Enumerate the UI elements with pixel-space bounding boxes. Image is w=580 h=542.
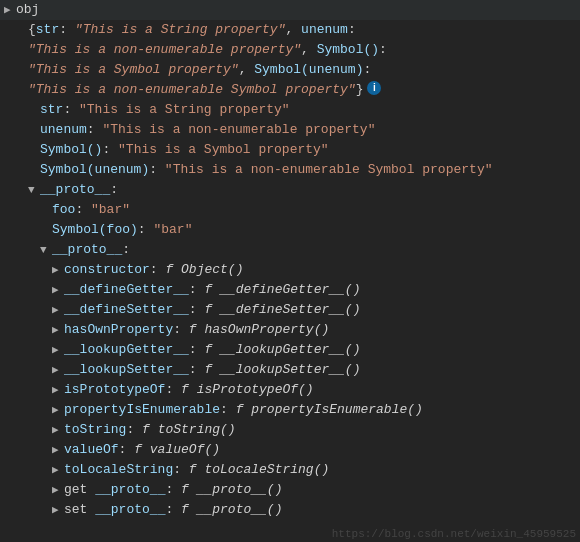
proto2-key: __proto__ bbox=[52, 241, 122, 259]
get-keyword: get bbox=[64, 481, 95, 499]
definesetter-arrow[interactable] bbox=[52, 301, 64, 319]
proto2-arrow[interactable] bbox=[40, 241, 52, 259]
get-proto-key: __proto__ bbox=[95, 481, 165, 499]
foo-line: foo : "bar" bbox=[0, 200, 580, 220]
lookupsetter-line: __lookupSetter__ : f __lookupSetter__() bbox=[0, 360, 580, 380]
proto1-arrow[interactable] bbox=[28, 181, 40, 199]
unenum-key-preview: unenum bbox=[301, 21, 348, 39]
set-proto-colon: : bbox=[165, 501, 181, 519]
get-proto-value: f __proto__() bbox=[181, 481, 282, 499]
unenum-key-full: unenum bbox=[40, 121, 87, 139]
symbol-value: "This is a Symbol property" bbox=[118, 141, 329, 159]
definegetter-value: f __defineGetter__() bbox=[204, 281, 360, 299]
get-proto-arrow[interactable] bbox=[52, 481, 64, 499]
root-label: obj bbox=[16, 1, 39, 19]
str-value: "This is a String property" bbox=[79, 101, 290, 119]
symbol-key-full: Symbol() bbox=[40, 141, 102, 159]
symbol-line: Symbol() : "This is a Symbol property" bbox=[0, 140, 580, 160]
unenum-val-preview: "This is a non-enumerable property" bbox=[28, 41, 301, 59]
info-icon[interactable]: i bbox=[367, 81, 381, 95]
watermark: https://blog.csdn.net/weixin_45959525 bbox=[328, 526, 580, 542]
open-brace: { bbox=[28, 21, 36, 39]
tolocalestring-value: f toLocaleString() bbox=[189, 461, 329, 479]
preview-line4: "This is a non-enumerable Symbol propert… bbox=[0, 80, 580, 100]
isprototypeof-colon: : bbox=[165, 381, 181, 399]
symbol-unenum-colon: : bbox=[149, 161, 165, 179]
tolocalestring-line: toLocaleString : f toLocaleString() bbox=[0, 460, 580, 480]
str-arrow bbox=[28, 101, 40, 119]
tostring-arrow[interactable] bbox=[52, 421, 64, 439]
proto1-colon: : bbox=[110, 181, 118, 199]
proto1-line: __proto__ : bbox=[0, 180, 580, 200]
set-proto-arrow[interactable] bbox=[52, 501, 64, 519]
tostring-line: toString : f toString() bbox=[0, 420, 580, 440]
valueof-key: valueOf bbox=[64, 441, 119, 459]
symbol-unenum-line: Symbol(unenum) : "This is a non-enumerab… bbox=[0, 160, 580, 180]
symbol-unenum-val-preview: "This is a non-enumerable Symbol propert… bbox=[28, 81, 356, 99]
foo-colon: : bbox=[75, 201, 91, 219]
tolocalestring-arrow[interactable] bbox=[52, 461, 64, 479]
comma1: , bbox=[285, 21, 301, 39]
lookupsetter-arrow[interactable] bbox=[52, 361, 64, 379]
constructor-colon: : bbox=[150, 261, 166, 279]
colon2: : bbox=[348, 21, 356, 39]
propertyisenumerable-line: propertyIsEnumerable : f propertyIsEnume… bbox=[0, 400, 580, 420]
symbol-foo-value: "bar" bbox=[153, 221, 192, 239]
tostring-key: toString bbox=[64, 421, 126, 439]
valueof-arrow[interactable] bbox=[52, 441, 64, 459]
preview-line3: "This is a Symbol property" , Symbol(une… bbox=[0, 60, 580, 80]
obj-preview-line: { str : "This is a String property" , un… bbox=[0, 20, 580, 40]
get-proto-colon: : bbox=[165, 481, 181, 499]
definegetter-colon: : bbox=[189, 281, 205, 299]
colon1: : bbox=[59, 21, 75, 39]
proto1-key: __proto__ bbox=[40, 181, 110, 199]
lookupsetter-key: __lookupSetter__ bbox=[64, 361, 189, 379]
propertyisenumerable-key: propertyIsEnumerable bbox=[64, 401, 220, 419]
colon4: : bbox=[363, 61, 371, 79]
lookupgetter-arrow[interactable] bbox=[52, 341, 64, 359]
str-key: str bbox=[36, 21, 59, 39]
propertyisenumerable-colon: : bbox=[220, 401, 236, 419]
symbol-foo-line: Symbol(foo) : "bar" bbox=[0, 220, 580, 240]
set-keyword: set bbox=[64, 501, 95, 519]
leaf-arrow bbox=[16, 21, 28, 39]
hasownproperty-value: f hasOwnProperty() bbox=[189, 321, 329, 339]
definegetter-arrow[interactable] bbox=[52, 281, 64, 299]
lookupsetter-colon: : bbox=[189, 361, 205, 379]
valueof-line: valueOf : f valueOf() bbox=[0, 440, 580, 460]
comma2: , bbox=[301, 41, 317, 59]
tolocalestring-key: toLocaleString bbox=[64, 461, 173, 479]
tostring-value: f toString() bbox=[142, 421, 236, 439]
proto2-colon: : bbox=[122, 241, 130, 259]
root-obj-line: obj bbox=[0, 0, 580, 20]
preview-line2: "This is a non-enumerable property" , Sy… bbox=[0, 40, 580, 60]
propertyisenumerable-arrow[interactable] bbox=[52, 401, 64, 419]
root-arrow[interactable] bbox=[4, 1, 16, 19]
definegetter-line: __defineGetter__ : f __defineGetter__() bbox=[0, 280, 580, 300]
set-proto-key: __proto__ bbox=[95, 501, 165, 519]
symbol-foo-key: Symbol(foo) bbox=[52, 221, 138, 239]
hasownproperty-key: hasOwnProperty bbox=[64, 321, 173, 339]
isprototypeof-key: isPrototypeOf bbox=[64, 381, 165, 399]
lookupgetter-line: __lookupGetter__ : f __lookupGetter__() bbox=[0, 340, 580, 360]
colon3: : bbox=[379, 41, 387, 59]
foo-value: "bar" bbox=[91, 201, 130, 219]
foo-arrow bbox=[40, 201, 52, 219]
definesetter-key: __defineSetter__ bbox=[64, 301, 189, 319]
symbol-foo-colon: : bbox=[138, 221, 154, 239]
symbol-key-preview: Symbol() bbox=[317, 41, 379, 59]
isprototypeof-arrow[interactable] bbox=[52, 381, 64, 399]
lookupgetter-colon: : bbox=[189, 341, 205, 359]
foo-key: foo bbox=[52, 201, 75, 219]
constructor-line: constructor : f Object() bbox=[0, 260, 580, 280]
unenum-colon: : bbox=[87, 121, 103, 139]
symbol-unenum-key-preview: Symbol(unenum) bbox=[254, 61, 363, 79]
symbol-val-preview: "This is a Symbol property" bbox=[28, 61, 239, 79]
str-line: str : "This is a String property" bbox=[0, 100, 580, 120]
devtools-panel: obj { str : "This is a String property" … bbox=[0, 0, 580, 542]
hasownproperty-arrow[interactable] bbox=[52, 321, 64, 339]
lookupgetter-value: f __lookupGetter__() bbox=[204, 341, 360, 359]
close-brace: } bbox=[356, 81, 364, 99]
constructor-arrow[interactable] bbox=[52, 261, 64, 279]
definegetter-key: __defineGetter__ bbox=[64, 281, 189, 299]
